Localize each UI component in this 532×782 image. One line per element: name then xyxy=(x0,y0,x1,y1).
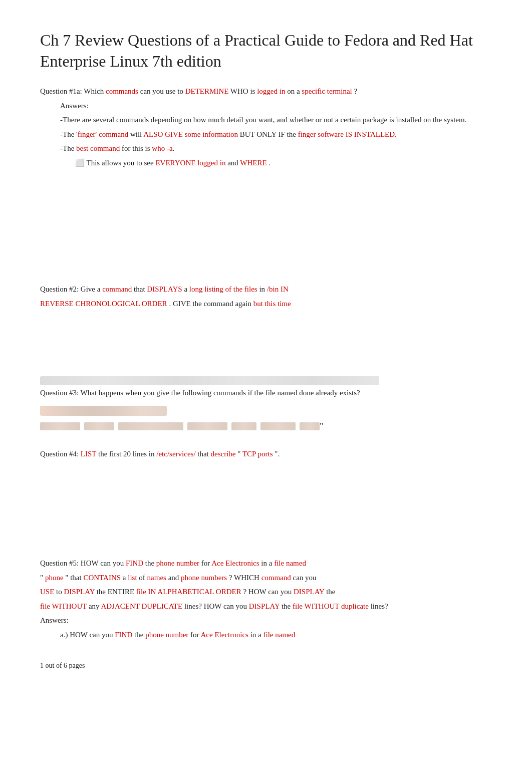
q2-text6: . GIVE the command again xyxy=(169,300,253,308)
q5-use: USE xyxy=(40,588,54,596)
q2-long-listing: long listing of the files xyxy=(189,285,257,293)
q1-and-text: and xyxy=(227,159,240,167)
q3-quote: " xyxy=(320,420,323,433)
q5-phone-number: phone number xyxy=(156,559,199,567)
q1-ans3-prefix: -The xyxy=(60,144,76,152)
q4-etc-services: /etc/services/ xyxy=(156,450,195,458)
q4-text5: ". xyxy=(275,450,280,458)
q2-text-line2: REVERSE CHRONOLOGICAL ORDER . GIVE the c… xyxy=(40,298,492,310)
q5-text15: lines? HOW can you xyxy=(184,602,249,610)
q3-seg6 xyxy=(260,422,296,430)
q4-list: LIST xyxy=(81,450,96,458)
q1-text2: can you use to xyxy=(140,87,185,95)
q1-text5: ? xyxy=(354,87,357,95)
q1-period: . xyxy=(269,159,271,167)
q1-text: Question #1a: Which commands can you use… xyxy=(40,86,492,97)
q5-text-line1: Question #5: HOW can you FIND the phone … xyxy=(40,558,492,569)
q5-text17: lines? xyxy=(371,602,388,610)
q5-text2: for xyxy=(201,559,211,567)
q5-text9: can you xyxy=(293,574,317,582)
question-1-block: Question #1a: Which commands can you use… xyxy=(40,86,492,168)
q3-seg4 xyxy=(187,422,227,430)
q5-names: names xyxy=(147,574,166,582)
q1-answers-label: Answers: xyxy=(60,100,492,112)
q5-phone: phone xyxy=(45,574,64,582)
q5-text1: the xyxy=(145,559,156,567)
q3-blurred-1 xyxy=(40,406,167,416)
question-4-block: Question #4: LIST the first 20 lines in … xyxy=(40,448,492,503)
q1-specific-terminal: specific terminal xyxy=(302,87,352,95)
q1-commands: commands xyxy=(106,87,138,95)
q4-describe: describe xyxy=(211,450,236,458)
q1-text1: Which xyxy=(84,87,106,95)
q3-text: Question #3: What happens when you give … xyxy=(40,387,492,399)
q5-list: list xyxy=(128,574,137,582)
q5-file-without2: file WITHOUT duplicate xyxy=(293,602,369,610)
q2-text: Question #2: Give a command that DISPLAY… xyxy=(40,284,492,295)
footer-text: 1 out of 6 pages xyxy=(40,662,85,669)
q3-seg2 xyxy=(84,422,114,430)
q5-ans-a: a.) HOW can you FIND the phone number fo… xyxy=(60,629,492,641)
q3-label: Question #3: xyxy=(40,389,79,397)
q4-tcp-ports: TCP ports xyxy=(242,450,273,458)
q5-answers-label: Answers: xyxy=(40,615,492,626)
q2-text3: a xyxy=(184,285,189,293)
q5-phone-numbers: phone numbers xyxy=(181,574,227,582)
q1-ans2-prefix: -The ' xyxy=(60,130,78,138)
q5-adjacent-dup: ADJACENT DUPLICATE xyxy=(101,602,183,610)
q1-text4: on a xyxy=(287,87,302,95)
page-title: Ch 7 Review Questions of a Practical Gui… xyxy=(40,30,492,72)
q3-seg1 xyxy=(40,422,80,430)
q3-seg3 xyxy=(118,422,183,430)
q5-file-named: file named xyxy=(274,559,306,567)
q5-text3: in a xyxy=(261,559,274,567)
q1-also-give: ALSO GIVE xyxy=(143,130,183,138)
q5-find2: FIND xyxy=(115,631,132,639)
q5-text5: a xyxy=(123,574,128,582)
q3-seg7 xyxy=(300,422,320,430)
q1-loggedin2: logged in xyxy=(197,159,225,167)
q5-text13: the xyxy=(326,588,335,596)
q5-text4: " that xyxy=(65,574,83,582)
q1-some-info: some information xyxy=(183,130,238,138)
q3-seg5 xyxy=(231,422,256,430)
q5-command: command xyxy=(261,574,291,582)
q4-text3: that xyxy=(197,450,210,458)
q1-finger-software: finger software IS INSTALLED. xyxy=(298,130,397,138)
q4-text: Question #4: LIST the first 20 lines in … xyxy=(40,448,492,460)
q5-file-without: file WITHOUT xyxy=(40,602,87,610)
q5-file-named2: file named xyxy=(263,631,295,639)
q1-bullet: ⬜ xyxy=(75,159,85,167)
q4-answer-spacer xyxy=(40,462,492,502)
q1-ans2-end: BUT ONLY IF the xyxy=(238,130,298,138)
q5-how-text: HOW can you xyxy=(81,559,126,567)
q4-label: Question #4: xyxy=(40,450,81,458)
q1-allows: This allows you to see xyxy=(86,159,155,167)
q4-text1: the first 20 lines xyxy=(98,450,147,458)
q5-ans-a-end: for xyxy=(190,631,200,639)
q5-display3: DISPLAY xyxy=(249,602,280,610)
q5-ace-electronics: Ace Electronics xyxy=(211,559,259,567)
q1-everyone: EVERYONE xyxy=(155,159,195,167)
q1-answer1: -There are several commands depending on… xyxy=(60,114,492,126)
q2-command: command xyxy=(102,285,132,293)
q5-text12: ? HOW can you xyxy=(243,588,294,596)
q2-bin-in: /bin IN xyxy=(267,285,289,293)
q1-best-command: best command xyxy=(76,144,120,152)
question-5-block: Question #5: HOW can you FIND the phone … xyxy=(40,558,492,640)
q4-text2: in xyxy=(149,450,156,458)
q2-text4: in xyxy=(259,285,267,293)
question-2-block: Question #2: Give a command that DISPLAY… xyxy=(40,284,492,309)
q3-main-text: What happens when you give the following… xyxy=(81,389,360,397)
q1-answer3: -The best command for this is who -a. xyxy=(60,143,492,154)
q1-answer2: -The 'finger' command will ALSO GIVE som… xyxy=(60,129,492,140)
q3-blurred-code xyxy=(40,406,492,416)
q1-who-a: who -a xyxy=(152,144,172,152)
question-3-block: Question #3: What happens when you give … xyxy=(40,387,492,433)
q1-where: WHERE xyxy=(240,159,267,167)
q5-file-alpha: file IN ALPHABETICAL ORDER xyxy=(136,588,241,596)
q5-label: Question #5: xyxy=(40,559,81,567)
q2-text2: that xyxy=(134,285,147,293)
q5-text16: the xyxy=(282,602,293,610)
q5-text14: any xyxy=(89,602,101,610)
